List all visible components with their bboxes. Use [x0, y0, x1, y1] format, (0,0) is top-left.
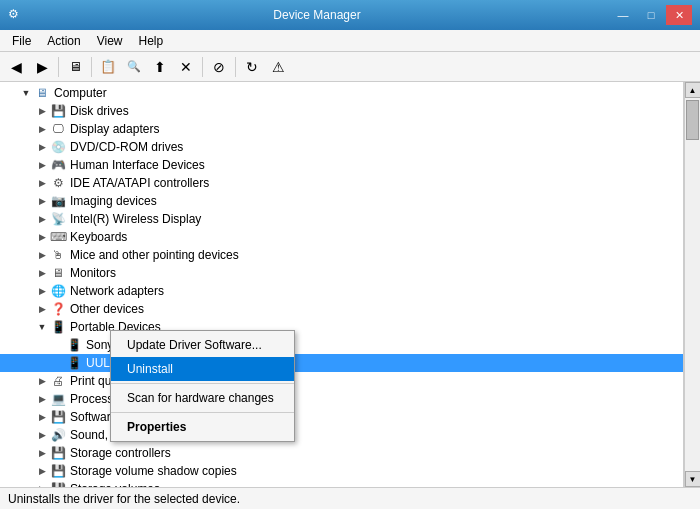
- scan-button[interactable]: 🔍: [122, 55, 146, 79]
- expand-arrow: ▶: [36, 447, 48, 459]
- tree-item-storage[interactable]: ▶ 💾 Storage controllers: [0, 444, 683, 462]
- tree-item-dvd[interactable]: ▶ 💿 DVD/CD-ROM drives: [0, 138, 683, 156]
- main-area: ▼ 🖥 Computer ▶ 💾 Disk drives ▶ 🖵 Display…: [0, 82, 700, 487]
- tree-label: IDE ATA/ATAPI controllers: [70, 176, 209, 190]
- tree-item-wireless[interactable]: ▶ 📡 Intel(R) Wireless Display: [0, 210, 683, 228]
- expand-arrow: ▶: [36, 267, 48, 279]
- tree-label: Disk drives: [70, 104, 129, 118]
- software-icon: 💾: [50, 409, 66, 425]
- menu-help[interactable]: Help: [131, 30, 172, 51]
- tree-item-software[interactable]: ▶ 💾 Software devices: [0, 408, 683, 426]
- tree-item-processors[interactable]: ▶ 💻 Processors: [0, 390, 683, 408]
- tree-item-display[interactable]: ▶ 🖵 Display adapters: [0, 120, 683, 138]
- tree-label: Display adapters: [70, 122, 159, 136]
- tree-item-monitors[interactable]: ▶ 🖥 Monitors: [0, 264, 683, 282]
- menu-bar: File Action View Help: [0, 30, 700, 52]
- display-icon: 🖵: [50, 121, 66, 137]
- back-button[interactable]: ◀: [4, 55, 28, 79]
- warning-button[interactable]: ⚠: [266, 55, 290, 79]
- expand-arrow: ▶: [36, 429, 48, 441]
- disk-icon: 💾: [50, 103, 66, 119]
- close-button[interactable]: ✕: [666, 5, 692, 25]
- refresh-button[interactable]: ↻: [240, 55, 264, 79]
- ctx-separator-2: [111, 412, 294, 413]
- expand-arrow: ▶: [36, 141, 48, 153]
- tree-item-sony[interactable]: ▶ 📱 Sony Xperia J: [0, 336, 683, 354]
- device-tree[interactable]: ▼ 🖥 Computer ▶ 💾 Disk drives ▶ 🖵 Display…: [0, 82, 684, 487]
- expand-arrow: ▼: [20, 87, 32, 99]
- tree-item-portable[interactable]: ▼ 📱 Portable Devices: [0, 318, 683, 336]
- ctx-update-driver[interactable]: Update Driver Software...: [111, 333, 294, 357]
- tree-item-sound[interactable]: ▶ 🔊 Sound, video and game controllers: [0, 426, 683, 444]
- ctx-properties[interactable]: Properties: [111, 415, 294, 439]
- tree-item-disk[interactable]: ▶ 💾 Disk drives: [0, 102, 683, 120]
- expand-arrow: ▶: [36, 105, 48, 117]
- tree-item-volumes[interactable]: ▶ 💾 Storage volumes: [0, 480, 683, 487]
- scroll-thumb[interactable]: [686, 100, 699, 140]
- computer-icon: 🖥: [34, 85, 50, 101]
- tree-label: UUL: [86, 356, 110, 370]
- computer-button[interactable]: 🖥: [63, 55, 87, 79]
- ctx-uninstall[interactable]: Uninstall: [111, 357, 294, 381]
- tree-label: Keyboards: [70, 230, 127, 244]
- expand-arrow: ▶: [36, 159, 48, 171]
- tree-label: Intel(R) Wireless Display: [70, 212, 201, 226]
- toolbar-separator-4: [235, 57, 236, 77]
- tree-item-hid[interactable]: ▶ 🎮 Human Interface Devices: [0, 156, 683, 174]
- dvd-icon: 💿: [50, 139, 66, 155]
- expand-arrow: ▶: [36, 393, 48, 405]
- menu-action[interactable]: Action: [39, 30, 88, 51]
- expand-arrow: ▶: [36, 231, 48, 243]
- keyboard-icon: ⌨: [50, 229, 66, 245]
- vertical-scrollbar[interactable]: ▲ ▼: [684, 82, 700, 487]
- print-icon: 🖨: [50, 373, 66, 389]
- imaging-icon: 📷: [50, 193, 66, 209]
- expand-arrow: ▼: [36, 321, 48, 333]
- tree-item-imaging[interactable]: ▶ 📷 Imaging devices: [0, 192, 683, 210]
- expand-arrow: ▶: [36, 411, 48, 423]
- expand-arrow: ▶: [36, 483, 48, 487]
- tree-label: Human Interface Devices: [70, 158, 205, 172]
- tree-item-keyboards[interactable]: ▶ ⌨ Keyboards: [0, 228, 683, 246]
- mice-icon: 🖱: [50, 247, 66, 263]
- volumes-icon: 💾: [50, 481, 66, 487]
- toolbar-separator-3: [202, 57, 203, 77]
- scroll-track[interactable]: [685, 98, 700, 471]
- status-bar: Uninstalls the driver for the selected d…: [0, 487, 700, 509]
- tree-item-print[interactable]: ▶ 🖨 Print queues: [0, 372, 683, 390]
- tree-item-shadow[interactable]: ▶ 💾 Storage volume shadow copies: [0, 462, 683, 480]
- tree-item-computer[interactable]: ▼ 🖥 Computer: [0, 84, 683, 102]
- tree-label: DVD/CD-ROM drives: [70, 140, 183, 154]
- window-title: Device Manager: [24, 8, 610, 22]
- wireless-icon: 📡: [50, 211, 66, 227]
- properties-button[interactable]: 📋: [96, 55, 120, 79]
- menu-file[interactable]: File: [4, 30, 39, 51]
- shadow-icon: 💾: [50, 463, 66, 479]
- maximize-button[interactable]: □: [638, 5, 664, 25]
- expand-arrow: ▶: [36, 285, 48, 297]
- portable-icon: 📱: [50, 319, 66, 335]
- expand-arrow: ▶: [36, 249, 48, 261]
- minimize-button[interactable]: —: [610, 5, 636, 25]
- tree-label: Other devices: [70, 302, 144, 316]
- tree-label: Storage volumes: [70, 482, 160, 487]
- tree-item-network[interactable]: ▶ 🌐 Network adapters: [0, 282, 683, 300]
- scroll-up-button[interactable]: ▲: [685, 82, 701, 98]
- update-button[interactable]: ⬆: [148, 55, 172, 79]
- context-menu: Update Driver Software... Uninstall Scan…: [110, 330, 295, 442]
- tree-item-other[interactable]: ▶ ❓ Other devices: [0, 300, 683, 318]
- tree-item-uul[interactable]: ▶ 📱 UUL: [0, 354, 683, 372]
- disable-button[interactable]: ⊘: [207, 55, 231, 79]
- tree-item-mice[interactable]: ▶ 🖱 Mice and other pointing devices: [0, 246, 683, 264]
- tree-item-ide[interactable]: ▶ ⚙ IDE ATA/ATAPI controllers: [0, 174, 683, 192]
- ctx-scan[interactable]: Scan for hardware changes: [111, 386, 294, 410]
- toolbar-separator-2: [91, 57, 92, 77]
- network-icon: 🌐: [50, 283, 66, 299]
- expand-arrow: ▶: [36, 303, 48, 315]
- status-text: Uninstalls the driver for the selected d…: [8, 492, 240, 506]
- uninstall-button[interactable]: ✕: [174, 55, 198, 79]
- scroll-down-button[interactable]: ▼: [685, 471, 701, 487]
- forward-button[interactable]: ▶: [30, 55, 54, 79]
- menu-view[interactable]: View: [89, 30, 131, 51]
- expand-arrow: ▶: [36, 375, 48, 387]
